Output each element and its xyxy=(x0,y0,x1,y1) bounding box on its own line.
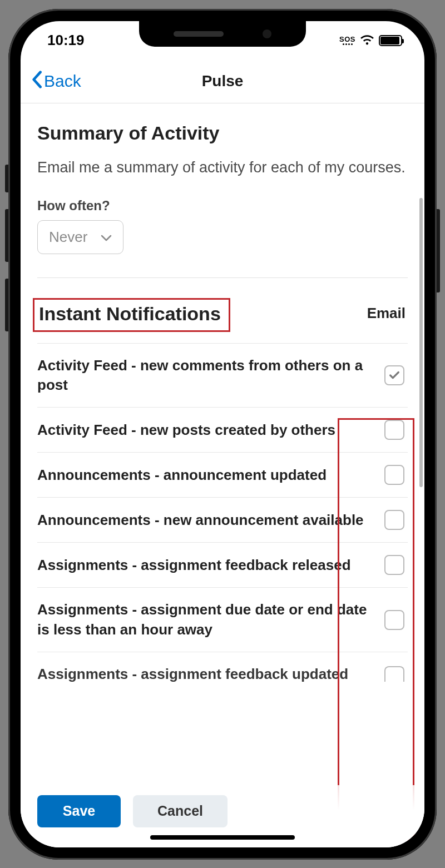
front-camera xyxy=(263,29,271,38)
notification-label: Assignments - assignment feedback update… xyxy=(37,664,373,684)
notification-row: Activity Feed - new posts created by oth… xyxy=(37,408,408,453)
notification-label: Announcements - new announcement availab… xyxy=(37,510,373,530)
mute-switch xyxy=(5,165,8,192)
save-button[interactable]: Save xyxy=(37,795,121,827)
summary-heading: Summary of Activity xyxy=(37,122,408,144)
notification-row: Announcements - announcement updated xyxy=(37,453,408,498)
divider xyxy=(37,277,408,278)
notification-row: Announcements - new announcement availab… xyxy=(37,498,408,543)
notification-label: Activity Feed - new comments from others… xyxy=(37,356,373,395)
content: Summary of Activity Email me a summary o… xyxy=(21,103,424,847)
chevron-left-icon xyxy=(31,71,43,92)
email-checkbox[interactable] xyxy=(384,555,404,575)
summary-description: Email me a summary of activity for each … xyxy=(37,157,408,178)
notification-row: Assignments - assignment feedback update… xyxy=(37,652,408,696)
scrollbar[interactable] xyxy=(419,198,423,487)
frequency-select[interactable]: Never xyxy=(37,220,123,254)
notification-label: Assignments - assignment feedback releas… xyxy=(37,555,373,575)
notch xyxy=(139,21,306,47)
notification-row: Activity Feed - new comments from others… xyxy=(37,343,408,408)
email-checkbox[interactable] xyxy=(384,465,404,485)
instant-heading-highlight: Instant Notifications xyxy=(33,298,230,332)
email-column-header: Email xyxy=(341,305,408,332)
instant-heading: Instant Notifications xyxy=(39,303,221,325)
home-indicator[interactable] xyxy=(150,835,295,840)
speaker xyxy=(174,31,224,37)
volume-down-button xyxy=(5,279,8,331)
notification-row: Assignments - assignment feedback releas… xyxy=(37,543,408,588)
back-label: Back xyxy=(44,72,81,91)
frequency-label: How often? xyxy=(37,198,408,214)
notification-label: Assignments - assignment due date or end… xyxy=(37,600,373,639)
status-time: 10:19 xyxy=(47,32,85,49)
email-checkbox[interactable] xyxy=(384,420,404,440)
email-checkbox[interactable] xyxy=(384,365,404,385)
phone-frame: 10:19 SOS Back Pulse xyxy=(8,9,437,860)
notification-label: Activity Feed - new posts created by oth… xyxy=(37,420,373,440)
notifications-table: Activity Feed - new comments from others… xyxy=(37,343,408,696)
email-checkbox[interactable] xyxy=(384,510,404,530)
notification-row: Assignments - assignment due date or end… xyxy=(37,588,408,652)
notification-label: Announcements - announcement updated xyxy=(37,465,373,485)
volume-up-button xyxy=(5,209,8,262)
email-checkbox[interactable] xyxy=(384,610,404,630)
battery-icon xyxy=(379,35,402,46)
sos-indicator: SOS xyxy=(339,36,355,45)
nav-bar: Back Pulse xyxy=(21,60,424,103)
wifi-icon xyxy=(360,35,374,46)
screen: 10:19 SOS Back Pulse xyxy=(21,21,424,847)
power-button xyxy=(437,209,440,292)
email-checkbox[interactable] xyxy=(384,666,404,682)
frequency-value: Never xyxy=(49,229,87,246)
cancel-button[interactable]: Cancel xyxy=(133,795,228,827)
back-button[interactable]: Back xyxy=(31,71,81,92)
chevron-down-icon xyxy=(101,229,112,246)
